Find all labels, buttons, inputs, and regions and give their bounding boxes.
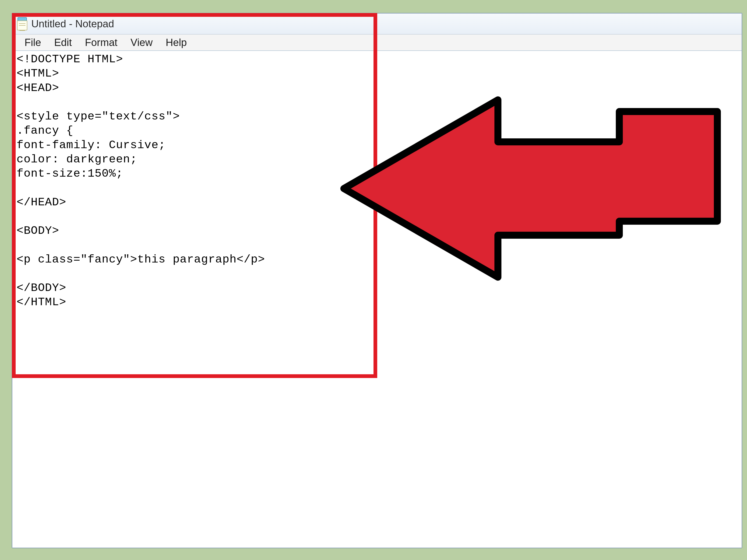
window-title: Untitled - Notepad bbox=[31, 18, 114, 30]
menu-help[interactable]: Help bbox=[159, 36, 194, 49]
titlebar[interactable]: Untitled - Notepad bbox=[12, 14, 742, 34]
menu-format[interactable]: Format bbox=[78, 36, 124, 49]
menu-view[interactable]: View bbox=[124, 36, 159, 49]
notepad-icon bbox=[17, 17, 28, 30]
menubar: File Edit Format View Help bbox=[12, 34, 742, 51]
menu-file[interactable]: File bbox=[18, 36, 48, 49]
notepad-window: Untitled - Notepad File Edit Format View… bbox=[12, 13, 742, 548]
editor-area[interactable]: <!DOCTYPE HTML> <HTML> <HEAD> <style typ… bbox=[12, 51, 742, 548]
menu-edit[interactable]: Edit bbox=[48, 36, 78, 49]
